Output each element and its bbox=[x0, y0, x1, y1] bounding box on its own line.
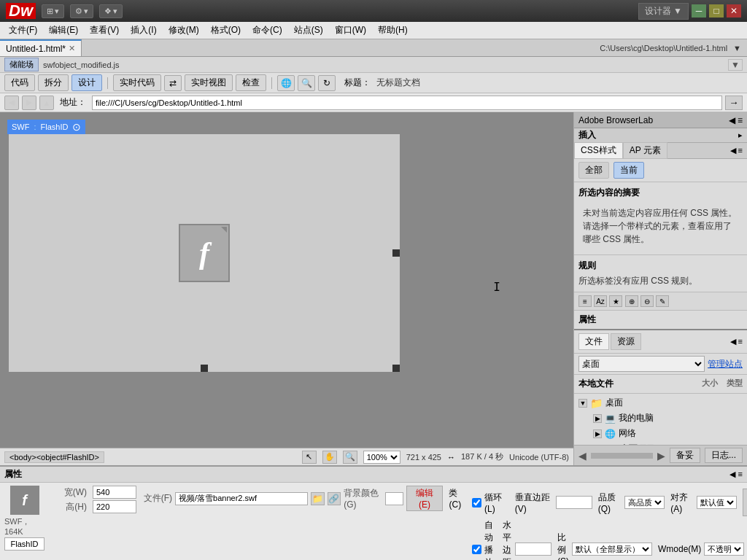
menu-view[interactable]: 查看(V) bbox=[84, 23, 125, 38]
forward-btn[interactable]: ▶ bbox=[22, 96, 36, 110]
select-tool-btn[interactable]: ↖ bbox=[302, 451, 317, 464]
bg-color-box[interactable] bbox=[385, 492, 403, 505]
refresh-icon-btn[interactable]: ↻ bbox=[318, 75, 336, 91]
maximize-button[interactable]: □ bbox=[709, 4, 724, 18]
inspect-btn[interactable]: 检查 bbox=[236, 74, 266, 91]
canvas-scroll-area[interactable]: SWF : FlashID ⊙ f bbox=[0, 112, 573, 448]
tag-breadcrumb[interactable]: <body><object#FlashID> bbox=[4, 451, 104, 463]
css-panel-options-btn[interactable]: ≡ bbox=[738, 146, 743, 155]
designer-button[interactable]: 设计器 ▼ bbox=[638, 3, 689, 20]
tree-item-network[interactable]: ▶ 🌐 网络 bbox=[578, 426, 743, 441]
css-styles-tab[interactable]: CSS样式 bbox=[574, 142, 623, 159]
active-doc-tab[interactable]: Untitled-1.html* ✕ bbox=[0, 39, 82, 56]
tree-item-desktop[interactable]: ▼ 📁 桌面 bbox=[578, 395, 743, 411]
file-panel-options-btn[interactable]: ≡ bbox=[738, 337, 743, 346]
expand-network-icon[interactable]: ▶ bbox=[593, 429, 602, 438]
back-btn[interactable]: ◀ bbox=[4, 96, 19, 110]
file-browse-btn[interactable]: 📁 bbox=[311, 492, 324, 505]
settings-icon-btn[interactable]: ⚙▾ bbox=[70, 4, 93, 18]
address-go-btn[interactable]: → bbox=[725, 96, 743, 110]
file-tab[interactable]: 文件 bbox=[578, 333, 609, 350]
design-btn[interactable]: 设计 bbox=[71, 74, 102, 91]
attr-add-icon[interactable]: ⊕ bbox=[625, 295, 638, 307]
panel-options-btn[interactable]: ≡ bbox=[738, 115, 743, 125]
menu-site[interactable]: 站点(S) bbox=[288, 23, 329, 38]
backup-btn[interactable]: 备妥 bbox=[670, 448, 700, 463]
filter-all-btn[interactable]: 全部 bbox=[578, 162, 609, 179]
quality-select[interactable]: 高品质 低品质 中品质 bbox=[624, 496, 665, 509]
expand-mycomputer-icon[interactable]: ▶ bbox=[593, 414, 602, 423]
edit-btn[interactable]: 编辑(E) bbox=[406, 486, 444, 511]
height-input[interactable] bbox=[93, 500, 136, 513]
align-row: 对齐(A) 默认值 左对齐 右对齐 bbox=[670, 491, 736, 514]
attr-icon-3[interactable]: ★ bbox=[609, 295, 622, 307]
filesize-label: 187 K / 4 秒 bbox=[461, 451, 503, 462]
menu-window[interactable]: 窗口(W) bbox=[329, 23, 372, 38]
play-btn[interactable]: ▶ 播放 bbox=[743, 489, 747, 516]
live-code-btn[interactable]: 实时代码 bbox=[113, 74, 161, 91]
attr-edit-icon[interactable]: ✎ bbox=[656, 295, 669, 307]
layout-icon-btn[interactable]: ⊞▾ bbox=[42, 4, 64, 18]
footer-nav-left-icon[interactable]: ◀ bbox=[578, 450, 587, 462]
footer-scrollbar[interactable] bbox=[591, 453, 653, 459]
globe-icon-btn[interactable]: 🌐 bbox=[277, 75, 295, 91]
autoplay-checkbox[interactable] bbox=[472, 545, 481, 554]
css-panel-expand-btn[interactable]: ◀ bbox=[730, 146, 736, 155]
tab-close-icon[interactable]: ✕ bbox=[69, 44, 75, 53]
footer-nav-right-icon[interactable]: ▶ bbox=[657, 450, 665, 462]
resize-handle-right[interactable] bbox=[392, 249, 400, 257]
code-btn[interactable]: 代码 bbox=[4, 74, 35, 91]
hspace-input[interactable] bbox=[515, 542, 551, 556]
props-options-icon[interactable]: ≡ bbox=[738, 470, 743, 479]
zoom-select[interactable]: 100% 50% 150% 200% bbox=[363, 451, 400, 464]
log-btn[interactable]: 日志... bbox=[705, 448, 743, 463]
loop-checkbox[interactable] bbox=[472, 498, 481, 508]
wmode-select[interactable]: 不透明 透明 窗口 bbox=[704, 542, 744, 556]
resources-tab[interactable]: 资源 bbox=[611, 333, 641, 350]
address-input[interactable] bbox=[92, 96, 722, 110]
hand-tool-btn[interactable]: ✋ bbox=[322, 451, 337, 464]
tree-item-mycomputer[interactable]: ▶ 💻 我的电脑 bbox=[578, 411, 743, 426]
extend-icon-btn[interactable]: ❖▾ bbox=[99, 4, 123, 18]
zoom-icon-btn[interactable]: 🔍 bbox=[298, 75, 315, 91]
resize-handle-bottom[interactable] bbox=[201, 365, 208, 372]
menu-help[interactable]: 帮助(H) bbox=[372, 23, 414, 38]
ap-elements-tab[interactable]: AP 元素 bbox=[623, 142, 667, 159]
props-expand-icon[interactable]: ◀ bbox=[729, 470, 735, 479]
minimize-button[interactable]: ─ bbox=[692, 4, 706, 18]
live-view-btn[interactable]: 实时视图 bbox=[185, 74, 233, 91]
file-panel-expand-btn[interactable]: ◀ bbox=[730, 337, 736, 346]
menu-command[interactable]: 命令(C) bbox=[247, 23, 288, 38]
align-select[interactable]: 默认值 左对齐 右对齐 bbox=[697, 496, 737, 509]
site-select[interactable]: 桌面 bbox=[578, 356, 705, 372]
file-path-input[interactable] bbox=[175, 492, 308, 505]
menu-modify[interactable]: 修改(M) bbox=[163, 23, 205, 38]
inspect-toggle-btn[interactable]: ⇄ bbox=[164, 75, 182, 91]
flash-id-input[interactable] bbox=[4, 537, 44, 551]
manage-site-btn[interactable]: 管理站点 bbox=[708, 358, 743, 370]
css-ap-tabbar: CSS样式 AP 元素 ◀ ≡ bbox=[574, 143, 747, 159]
zoom-in-btn[interactable]: 🔍 bbox=[343, 451, 357, 464]
vspace-input[interactable] bbox=[556, 496, 592, 509]
width-input[interactable] bbox=[93, 486, 136, 499]
file-link-btn[interactable]: 🔗 bbox=[328, 492, 341, 505]
close-button[interactable]: ✕ bbox=[727, 4, 741, 18]
filter-icon[interactable]: ▼ bbox=[733, 44, 741, 52]
filter-btn[interactable]: ▼ bbox=[728, 59, 743, 71]
split-btn[interactable]: 拆分 bbox=[38, 74, 69, 91]
attr-icon-2[interactable]: Az bbox=[594, 295, 607, 307]
scale-select[interactable]: 默认（全部显示） 无边框 完全匹配 bbox=[572, 542, 652, 556]
insert-collapse-icon[interactable]: ▸ bbox=[738, 131, 743, 140]
expand-desktop-icon[interactable]: ▼ bbox=[578, 399, 587, 408]
menu-file[interactable]: 文件(F) bbox=[3, 23, 43, 38]
filter-current-btn[interactable]: 当前 bbox=[614, 162, 644, 179]
resize-handle-br[interactable] bbox=[392, 365, 400, 372]
attr-icon-1[interactable]: ≡ bbox=[578, 295, 592, 307]
menu-insert[interactable]: 插入(I) bbox=[125, 23, 162, 38]
attr-del-icon[interactable]: ⊖ bbox=[640, 295, 654, 307]
swf-settings-icon[interactable]: ⊙ bbox=[72, 121, 81, 133]
up-btn[interactable]: ▲ bbox=[39, 96, 54, 110]
menu-edit[interactable]: 编辑(E) bbox=[43, 23, 84, 38]
panel-expand-btn[interactable]: ◀ bbox=[729, 115, 735, 125]
menu-format[interactable]: 格式(O) bbox=[205, 23, 247, 38]
